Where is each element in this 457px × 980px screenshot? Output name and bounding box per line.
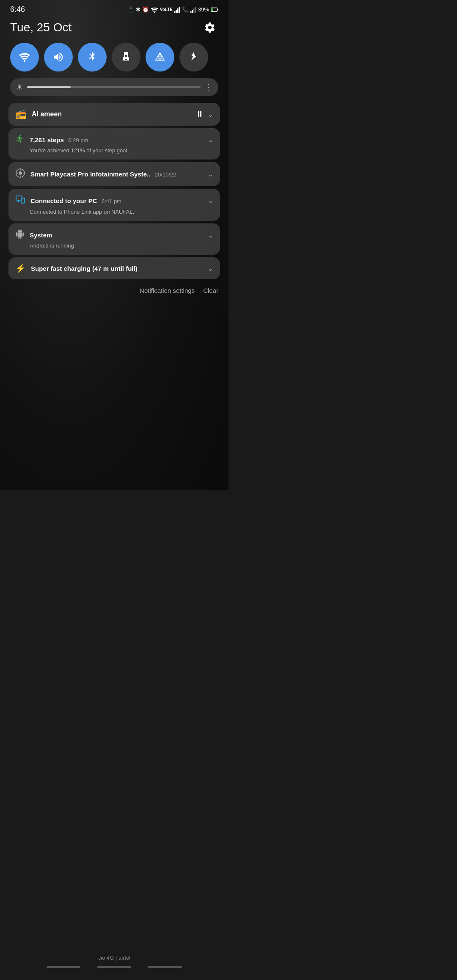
steps-icon bbox=[15, 134, 25, 146]
charging-bolt-icon: ⚡ bbox=[15, 263, 26, 273]
notification-playcast-content: Smart Playcast Pro Infotainment Syste.. … bbox=[15, 168, 208, 180]
brightness-row[interactable]: ☀ ⋮ bbox=[10, 78, 218, 96]
bluetooth-status-icon: ✱ bbox=[136, 6, 140, 13]
bluetooth-toggle[interactable] bbox=[78, 43, 107, 72]
playcast-time: 20/10/22 bbox=[155, 171, 176, 178]
svg-rect-9 bbox=[195, 7, 196, 13]
svg-rect-4 bbox=[177, 8, 179, 13]
sound-toggle[interactable] bbox=[44, 43, 73, 72]
system-body: Android is running bbox=[30, 242, 213, 249]
radio-icon: 📻 bbox=[15, 109, 27, 120]
pc-chevron-icon[interactable]: ⌄ bbox=[208, 197, 213, 205]
notification-clear-button[interactable]: Clear bbox=[203, 287, 218, 294]
sim-icon: 📱 bbox=[127, 6, 134, 13]
playcast-title: Smart Playcast Pro Infotainment Syste.. … bbox=[30, 171, 176, 178]
system-chevron-icon[interactable]: ⌄ bbox=[208, 231, 213, 239]
steps-body: You've achieved 121% of your step goal. bbox=[30, 147, 213, 154]
header-date: Tue, 25 Oct bbox=[10, 21, 72, 34]
wifi-toggle[interactable] bbox=[10, 43, 39, 72]
notification-system-content: System bbox=[15, 229, 208, 241]
steps-title: 7,261 steps 6:29 pm bbox=[30, 136, 88, 144]
notification-system[interactable]: System ⌄ Android is running bbox=[8, 223, 220, 255]
flashlight-toggle[interactable] bbox=[112, 43, 140, 72]
pc-icon bbox=[15, 195, 25, 207]
pc-time: 6:41 pm bbox=[102, 198, 121, 204]
status-time: 6:46 bbox=[10, 5, 25, 14]
svg-rect-11 bbox=[217, 9, 218, 11]
android-icon bbox=[15, 229, 25, 241]
alameen-app-name: Al ameen bbox=[32, 110, 62, 118]
drive-toggle[interactable] bbox=[146, 43, 174, 72]
svg-point-13 bbox=[24, 60, 25, 62]
svg-rect-6 bbox=[190, 11, 192, 13]
battery-icon bbox=[211, 7, 218, 12]
notification-charging-content: ⚡ Super fast charging (47 m until full) bbox=[15, 263, 208, 273]
signal1-icon bbox=[174, 7, 180, 13]
notifications-area: 📻 Al ameen ⏸ ⌄ 7,261 steps bbox=[8, 103, 220, 279]
charging-chevron-icon[interactable]: ⌄ bbox=[208, 264, 213, 273]
svg-rect-2 bbox=[174, 11, 176, 13]
notification-pc-content: Connected to your PC 6:41 pm bbox=[15, 195, 208, 207]
pc-title-group: Connected to your PC 6:41 pm bbox=[30, 197, 121, 205]
media-pause-icon[interactable]: ⏸ bbox=[195, 109, 204, 120]
notification-steps-content: 7,261 steps 6:29 pm bbox=[15, 134, 208, 146]
charging-title: Super fast charging (47 m until full) bbox=[31, 265, 138, 272]
alarm-icon: ⏰ bbox=[142, 6, 149, 13]
brightness-more-icon[interactable]: ⋮ bbox=[205, 83, 212, 92]
status-icons: 📱 ✱ ⏰ 6 VoLTE bbox=[127, 6, 218, 13]
quick-toggles bbox=[7, 43, 222, 78]
phone-icon: 📞 bbox=[182, 6, 189, 13]
signal2-icon bbox=[190, 7, 196, 13]
battery-saver-toggle[interactable] bbox=[179, 43, 208, 72]
notification-playcast[interactable]: Smart Playcast Pro Infotainment Syste.. … bbox=[8, 162, 220, 186]
notification-pc[interactable]: Connected to your PC 6:41 pm ⌄ Connected… bbox=[8, 189, 220, 221]
alameen-chevron-icon[interactable]: ⌄ bbox=[208, 110, 213, 118]
notification-alameen-content: 📻 Al ameen bbox=[15, 109, 195, 120]
svg-rect-3 bbox=[176, 10, 177, 13]
svg-rect-12 bbox=[211, 8, 213, 11]
car-icon bbox=[15, 168, 25, 180]
status-bar: 6:46 📱 ✱ ⏰ 6 VoLTE bbox=[7, 0, 222, 16]
playcast-chevron-icon[interactable]: ⌄ bbox=[208, 170, 213, 178]
brightness-track[interactable] bbox=[27, 86, 201, 88]
steps-chevron-icon[interactable]: ⌄ bbox=[208, 136, 213, 144]
brightness-fill bbox=[27, 86, 71, 88]
settings-icon[interactable] bbox=[201, 19, 218, 36]
notification-alameen[interactable]: 📻 Al ameen ⏸ ⌄ bbox=[8, 103, 220, 126]
svg-rect-5 bbox=[179, 7, 180, 13]
wifi-status-icon: 6 bbox=[151, 7, 158, 13]
svg-rect-7 bbox=[192, 10, 193, 13]
steps-time: 6:29 pm bbox=[68, 137, 88, 143]
notification-settings-button[interactable]: Notification settings bbox=[140, 287, 195, 294]
system-title-group: System bbox=[30, 231, 52, 239]
pc-body: Connected to Phone Link app on NAUFAL. bbox=[30, 209, 213, 215]
notification-steps[interactable]: 7,261 steps 6:29 pm ⌄ You've achieved 12… bbox=[8, 128, 220, 160]
battery-percent: 39% bbox=[198, 6, 209, 13]
volte-icon: VoLTE bbox=[160, 7, 173, 12]
svg-rect-8 bbox=[193, 8, 195, 13]
brightness-icon: ☀ bbox=[16, 83, 23, 92]
header: Tue, 25 Oct bbox=[7, 16, 222, 43]
svg-point-15 bbox=[19, 171, 22, 175]
notification-actions: Notification settings Clear bbox=[7, 282, 222, 297]
svg-point-0 bbox=[154, 11, 155, 12]
notification-charging[interactable]: ⚡ Super fast charging (47 m until full) … bbox=[8, 257, 220, 279]
